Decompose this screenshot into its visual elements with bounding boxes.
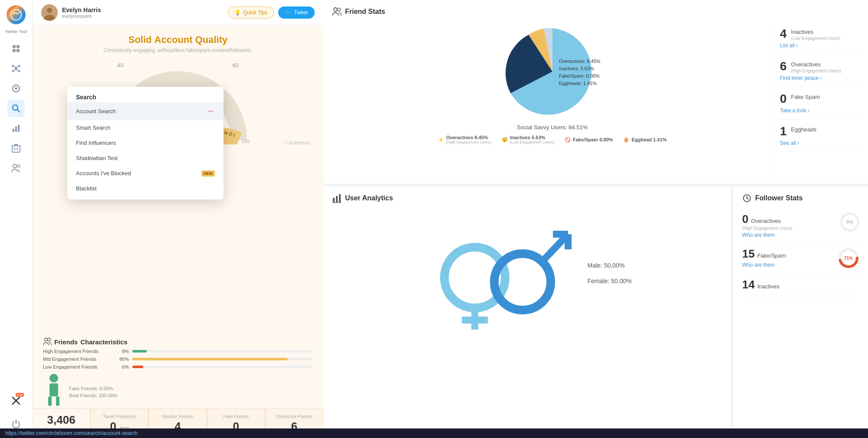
legend-egghead: 🥚 Egghead 1.41% [623, 135, 667, 144]
svg-point-6 [12, 65, 14, 67]
quality-subtitle: Consistently engaging, without/less fake… [46, 47, 310, 53]
svg-point-0 [11, 10, 21, 20]
svg-rect-24 [14, 144, 18, 145]
avatar [41, 4, 58, 21]
gender-visual: Male: 50.00% Female: 50.00% [332, 208, 722, 338]
svg-rect-1 [13, 45, 16, 48]
user-handle: evelynonpoint [62, 13, 101, 19]
search-item-blocked[interactable]: Accounts I've Blocked NEW [67, 166, 224, 181]
stat-card-overactives: 6 Overactives (High Engagement Users) Fi… [773, 54, 859, 87]
stat-days-value: 3,406 [39, 413, 83, 427]
follower-inactives-num: 14 [742, 278, 755, 291]
follower-stats-title: Follower Stats [755, 194, 802, 202]
stats-cards: 4 Inactives (Low Engagement Users) List … [773, 22, 859, 180]
svg-rect-19 [15, 127, 17, 132]
sidebar-item-search[interactable] [7, 100, 25, 117]
list-all-link[interactable]: List all › [780, 42, 852, 49]
male-pct: Male: 50.00% [588, 262, 632, 269]
see-all-link[interactable]: See all › [780, 140, 852, 146]
sidebar-item-dashboard[interactable] [7, 40, 25, 57]
stat-card-inactives: 4 Inactives (Low Engagement Users) List … [773, 22, 859, 54]
inactives-label: Inactives [791, 29, 840, 35]
bottom-right: User Analytics [323, 186, 868, 438]
analytics-icon [332, 193, 342, 203]
egghead-icon: 🥚 [623, 137, 629, 143]
status-bar: https://twitter.com/circleboom.com/searc… [0, 428, 868, 438]
svg-point-8 [12, 70, 14, 72]
svg-point-31 [47, 8, 52, 13]
follower-card-fakespam: 15 Fake/Spam Who are them 71% [742, 243, 859, 274]
twitter-icon: 🐦 [285, 10, 292, 16]
user-name: Evelyn Harris [62, 7, 101, 13]
follower-fakespam-label: Fake/Spam [757, 252, 786, 259]
follower-stats-section: Follower Stats 0 Overactives (High Engag… [733, 186, 868, 438]
follower-card-overactives: 0 Overactives (High Engagement Users) Wh… [742, 208, 859, 243]
search-item-account-search[interactable]: Account Search ← [67, 102, 224, 120]
svg-line-10 [14, 67, 16, 68]
svg-line-13 [16, 70, 18, 71]
svg-rect-51 [339, 194, 341, 202]
follower-overactives-sub: (High Engagement Users) [742, 226, 840, 231]
quality-section: Solid Account Quality Consistently engag… [33, 26, 323, 58]
search-item-smart-search[interactable]: Smart Search [67, 120, 224, 135]
sidebar-item-users[interactable] [7, 160, 25, 177]
legend-fakespam: 🚫 Fake/Spam 0.00% [565, 135, 613, 144]
legend-inactives: 😴 Inactives 5.63% (Low Engagement Users) [502, 135, 554, 144]
sidebar: Twitter Tool [0, 0, 33, 438]
follower-inactives-label: Inactives [757, 283, 779, 290]
follower-overactives-label: Overactives [751, 218, 781, 224]
inactives-icon: 😴 [502, 137, 508, 143]
svg-line-57 [543, 234, 568, 260]
svg-rect-50 [336, 196, 338, 202]
search-item-find-influencers[interactable]: Find Influencers [67, 135, 224, 150]
svg-text:71%: 71% [844, 256, 853, 261]
follower-fakespam-num: 15 [742, 247, 755, 261]
new-badge: true [16, 393, 24, 397]
svg-line-12 [14, 70, 16, 71]
bar-mid-engagement: Mid Engagement Friends 86% [43, 356, 313, 362]
svg-rect-49 [333, 198, 335, 202]
tweet-button[interactable]: 🐦 Tweet [278, 7, 315, 19]
quality-rest: Account Quality [155, 34, 228, 45]
friend-stats-title: Friend Stats [345, 8, 385, 16]
svg-point-5 [15, 67, 17, 70]
search-item-blacklist[interactable]: Blacklist [67, 181, 224, 196]
inactives-sub: (Low Engagement Users) [791, 36, 840, 41]
find-inner-peace-link[interactable]: Find inner peace › [780, 75, 852, 81]
overactives-num: 6 [780, 59, 787, 73]
overactives-icon: ⚡ [438, 137, 444, 143]
sidebar-item-stats[interactable] [7, 120, 25, 137]
pie-chart: Overactives: 8.45% Inactives: 5.63% Fake… [483, 22, 622, 121]
svg-rect-21 [12, 146, 20, 152]
sidebar-item-x[interactable]: true [7, 392, 25, 409]
friend-stats-header: Friend Stats [332, 7, 859, 16]
svg-rect-3 [13, 49, 16, 52]
svg-line-17 [17, 110, 20, 112]
svg-point-37 [45, 338, 48, 341]
sidebar-item-network[interactable] [7, 60, 25, 77]
quick-tips-button[interactable]: 💡 Quick Tips [228, 7, 274, 19]
svg-point-39 [49, 374, 58, 382]
search-item-shadowban[interactable]: Shadowban Test [67, 150, 224, 166]
follower-overactives-link[interactable]: Who are them [742, 232, 840, 238]
eggheads-label: Eggheads [791, 126, 817, 133]
sidebar-item-circle[interactable] [7, 80, 25, 97]
legend-bar: ⚡ Overactives 8.45% (High Engagement Use… [438, 135, 667, 144]
quality-solid: Solid [128, 34, 152, 45]
inactives-num: 4 [780, 27, 787, 41]
tweet-freq-label: Tweet Frequency [98, 414, 141, 419]
take-a-look-link[interactable]: Take a look › [780, 108, 852, 114]
svg-rect-41 [48, 396, 52, 406]
follower-fakespam-link[interactable]: Who are them [742, 262, 838, 268]
fakespam-icon: 🚫 [565, 137, 571, 143]
svg-point-26 [13, 164, 16, 168]
gauge-label-left: 40 [117, 62, 123, 69]
follower-card-inactives: 14 Inactives [742, 274, 859, 296]
follower-overactives-donut: 0% [840, 212, 859, 232]
svg-point-38 [48, 338, 51, 341]
sidebar-item-delete[interactable] [7, 140, 25, 157]
svg-point-44 [338, 8, 341, 11]
lightbulb-icon: 💡 [234, 10, 241, 16]
social-savvy-label: Social Savvy Users: 84.51% [517, 124, 588, 131]
search-dropdown: Search Account Search ← Smart Search Fin… [67, 87, 224, 199]
